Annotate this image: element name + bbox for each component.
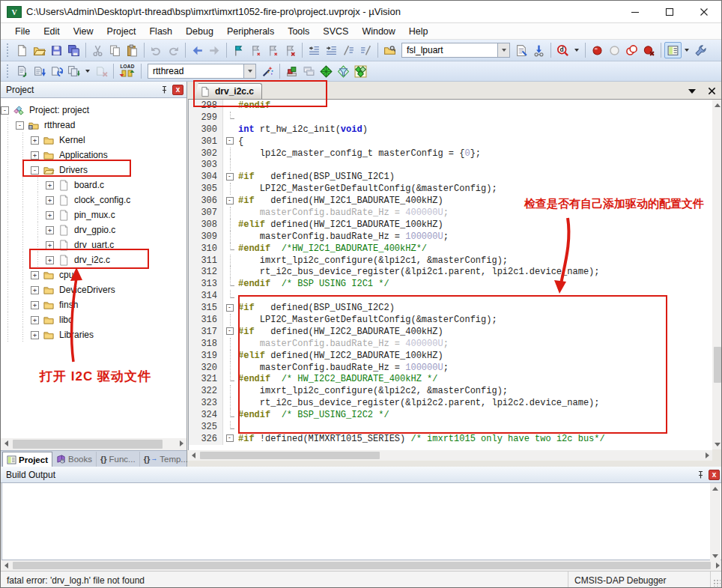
fold-collapse-icon[interactable]: - [226,137,234,145]
code-line-298[interactable]: 298#endif [189,100,712,112]
toolbar-grip[interactable] [7,64,10,78]
tree-expand-toggle[interactable]: + [46,256,54,264]
build-output-vscrollbar[interactable] [710,483,721,561]
code-line-311[interactable]: 311 imxrt_lpi2c_configure(&lpi2c1, &mast… [189,255,712,267]
menu-file[interactable]: File [8,25,37,38]
navigate-forward-icon[interactable] [206,42,223,58]
fold-margin[interactable]: - [223,171,238,183]
tree-expand-toggle[interactable]: + [31,316,39,324]
redo-icon[interactable] [165,42,182,58]
windows-list-caret[interactable] [682,42,692,58]
tree-item-drv-uart-c[interactable]: +drv_uart.c [1,237,186,252]
code-line-319[interactable]: 319#elif defined(HW_I2C2_BADURATE_100kHZ… [189,350,712,362]
code-line-322[interactable]: 322 imxrt_lpi2c_configure(&lpi2c2, &mast… [189,385,712,397]
configure-icon[interactable] [692,42,709,58]
project-tree-hscrollbar[interactable] [1,438,186,450]
tree-expand-toggle[interactable]: + [46,196,54,204]
batch-build-icon[interactable] [65,63,82,79]
code-line-300[interactable]: 300int rt_hw_i2c_init(void) [189,124,712,136]
tree-item-kernel[interactable]: +Kernel [1,133,186,148]
paste-icon[interactable] [124,42,141,58]
code-line-302[interactable]: 302 lpi2c_master_config_t masterConfig =… [189,148,712,160]
tree-item-project-project[interactable]: -Project: project [1,103,186,118]
fold-margin[interactable]: - [223,433,238,445]
tree-expand-toggle[interactable]: + [46,181,54,190]
code-line-301[interactable]: 301-{ [189,136,712,148]
fold-collapse-icon[interactable]: - [226,304,234,312]
tree-item-pin-mux-c[interactable]: +pin_mux.c [1,207,186,222]
prev-bookmark-icon[interactable] [247,42,264,58]
tree-item-cpu[interactable]: +cpu [1,267,186,282]
code-line-315[interactable]: 315-#if defined(BSP_USING_I2C2) [189,302,712,314]
panel-tab-project[interactable]: Project [2,452,52,467]
indent-icon[interactable] [323,42,340,58]
code-editor[interactable]: 298#endif299300int rt_hw_i2c_init(void)3… [188,100,712,456]
menu-window[interactable]: Window [355,25,401,38]
save-all-icon[interactable] [65,42,82,58]
insert-breakpoint-icon[interactable] [589,42,606,58]
tree-expand-toggle[interactable]: + [46,226,54,234]
fold-collapse-icon[interactable]: - [226,327,234,335]
code-line-316[interactable]: 316 LPI2C_MasterGetDefaultConfig(&master… [189,314,712,326]
search-combo[interactable] [401,43,510,58]
menu-peripherals[interactable]: Peripherals [220,25,281,38]
next-bookmark-icon[interactable] [264,42,282,58]
code-line-312[interactable]: 312 rt_i2c_bus_device_register(&lpi2c1.p… [189,266,712,278]
search-combo-dropdown-icon[interactable] [497,43,510,58]
fold-collapse-icon[interactable]: - [226,197,234,204]
open-file-icon[interactable] [31,42,48,58]
find-in-files-icon[interactable] [381,42,398,58]
menu-edit[interactable]: Edit [37,25,67,38]
target-select-combo-dropdown-icon[interactable] [243,64,256,79]
scroll-down-icon[interactable] [712,439,722,449]
scroll-left-icon[interactable] [1,438,11,449]
download-code-icon[interactable]: LOAD [117,62,138,80]
close-button[interactable] [687,1,721,22]
tree-item-libc[interactable]: +libc [1,312,186,327]
tree-item-board-c[interactable]: +board.c [1,178,186,193]
code-line-313[interactable]: 313#endif /* BSP USING I2C1 */ [189,278,712,290]
tree-expand-toggle[interactable]: - [1,106,9,115]
scroll-up-icon[interactable] [712,100,722,110]
toolbar-grip[interactable] [7,43,10,57]
tree-expand-toggle[interactable]: + [31,271,39,279]
tree-item-finsh[interactable]: +finsh [1,297,186,312]
menu-view[interactable]: View [67,25,100,38]
insert-bookmark-icon[interactable] [230,42,247,58]
fold-margin[interactable]: - [223,302,238,314]
translate-file-icon[interactable] [13,63,31,79]
define-search-icon[interactable]: d [554,42,571,58]
code-line-305[interactable]: 305 LPI2C_MasterGetDefaultConfig(&master… [189,183,712,195]
tree-expand-toggle[interactable]: + [31,301,39,309]
close-document-icon[interactable] [706,86,717,97]
tree-item-rtthread[interactable]: -rtthread [1,118,186,133]
tree-expand-toggle[interactable]: + [46,241,54,249]
build-target-icon[interactable] [31,63,48,79]
fold-margin[interactable]: - [223,195,238,207]
scroll-right-icon[interactable] [176,438,186,449]
save-icon[interactable] [48,42,65,58]
copy-icon[interactable] [106,42,124,58]
code-line-309[interactable]: 309 masterConfig.baudRate_Hz = 100000U; [189,231,712,243]
code-line-308[interactable]: 308#elif defined(HW_I2C1_BADURATE_100kHZ… [189,219,712,231]
manage-rte-icon[interactable] [352,63,369,79]
scroll-down-icon[interactable] [710,551,721,561]
close-panel-button[interactable]: x [172,85,183,95]
tree-expand-toggle[interactable]: + [31,286,39,294]
code-line-324[interactable]: 324#endif /* BSP_USING_I2C2 */ [189,409,712,421]
disable-all-breakpoints-icon[interactable] [623,42,640,58]
scroll-right-icon[interactable] [702,450,712,461]
menu-debug[interactable]: Debug [179,25,220,38]
build-output-content[interactable] [1,483,722,560]
define-search-caret[interactable] [571,42,582,58]
resize-grip[interactable] [711,572,722,588]
tree-expand-toggle[interactable]: - [16,121,24,130]
editor-vscrollbar[interactable] [712,100,722,449]
minimize-button[interactable] [618,1,652,22]
scroll-left-icon[interactable] [188,450,198,461]
windows-list-icon[interactable] [664,42,682,58]
code-line-314[interactable]: 314 [189,290,712,302]
tree-expand-toggle[interactable]: + [46,211,54,219]
code-line-326[interactable]: 326-#if !defined(MIMXRT1015_SERIES) /* i… [189,433,712,445]
fold-collapse-icon[interactable]: - [226,173,234,181]
